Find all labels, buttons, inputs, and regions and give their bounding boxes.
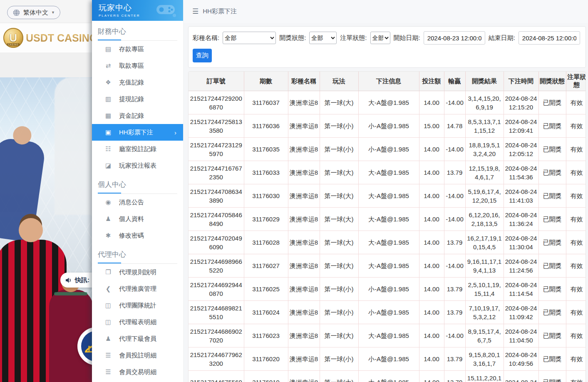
table-cell: 31176025 [244, 278, 288, 301]
table-cell: 31176033 [244, 161, 288, 184]
sidebar-item[interactable]: ◫代理報表明細 [92, 314, 183, 330]
draw-status-select[interactable]: 全部 [309, 32, 337, 44]
table-cell: 13.79 [444, 231, 465, 254]
table-cell: 14.00 [419, 301, 444, 324]
sidebar-item-label: 代理規則說明 [119, 268, 156, 276]
column-header: 彩種名稱 [288, 72, 320, 91]
table-cell: 31176027 [244, 254, 288, 278]
member-trades-icon: ☰ [104, 368, 112, 376]
table-row: 215217244729200687031176037澳洲幸运8第一球(大)大-… [189, 91, 586, 114]
table-cell: 澳洲幸运8 [288, 278, 320, 301]
table-cell: 9,16,11,17,19,4,1,13 [465, 254, 504, 278]
table-cell: 已開獎 [538, 114, 566, 138]
table-cell: 有效 [566, 184, 586, 208]
sidebar-item[interactable]: ✱修改密碼 [92, 227, 183, 244]
language-selector[interactable]: 繁体中文 ▼ [7, 6, 60, 19]
start-date-input[interactable] [424, 31, 485, 45]
table-cell: 已開獎 [538, 161, 566, 184]
table-row: 215217244692944087031176025澳洲幸运8第一球(小)小-… [189, 278, 586, 301]
table-cell: 已開獎 [538, 184, 566, 208]
table-cell: 14.00 [419, 161, 444, 184]
table-cell: 3,1,4,15,20,6,9,19 [465, 91, 504, 114]
table-row: 21521724467556931176019澳洲幸运8第一球(大)大-A盤@1… [189, 371, 586, 382]
table-cell: 2152172446929440870 [189, 278, 244, 301]
sidebar-item-label: 玩家投注報表 [119, 162, 156, 170]
sidebar-item[interactable]: ▦資金記錄 [92, 107, 183, 124]
end-date-input[interactable] [519, 31, 580, 45]
table-cell: 有效 [566, 347, 586, 371]
sidebar-item[interactable]: ❖充值記錄 [92, 74, 183, 91]
table-cell: 已開獎 [538, 91, 566, 114]
news-ticker-button[interactable]: 快訊: [60, 273, 92, 288]
table-row: 215217244725813358031176036澳洲幸运8第一球(小)小-… [189, 114, 586, 138]
search-button[interactable]: 查詢 [193, 49, 212, 62]
sidebar-item[interactable]: ⇄取款專區 [92, 57, 183, 74]
column-header: 開獎結果 [465, 72, 504, 91]
sidebar-item[interactable]: ▤存款專區 [92, 41, 183, 57]
language-label: 繁体中文 [23, 9, 48, 17]
table-cell: 第一球(大) [320, 161, 358, 184]
table-cell: 澳洲幸运8 [288, 301, 320, 324]
draw-status-label: 開獎狀態: [279, 34, 306, 42]
share-icon: ❮ [104, 285, 112, 293]
sidebar-header: 玩家中心 PLAYERS CENTER [92, 0, 183, 21]
column-header: 下注時間 [504, 72, 538, 91]
player-figure-ghost [55, 77, 92, 215]
profile-icon: ♟ [104, 215, 112, 223]
sidebar-item[interactable]: ☷廳室投註記錄 [92, 141, 183, 157]
sidebar-item[interactable]: ◫代理團隊統計 [92, 297, 183, 314]
order-status-select[interactable]: 全部 [370, 32, 390, 44]
bets-table: 訂單號期數彩種名稱玩法下注信息投注額輸贏開獎結果下注時間開獎狀態注單狀態 215… [189, 72, 586, 382]
table-cell: 31176036 [244, 114, 288, 138]
sidebar-item-label: HH彩票下注 [119, 129, 153, 136]
sidebar-item[interactable]: ◉消息公告 [92, 194, 183, 211]
table-cell: 有效 [566, 254, 586, 278]
table-cell: 2024-08-24 11:54:36 [504, 161, 538, 184]
table-cell: 31176028 [244, 231, 288, 254]
hamburger-menu-icon[interactable]: ☰ [192, 7, 198, 16]
sidebar-item[interactable]: ♟個人資料 [92, 211, 183, 227]
table-row: 215217244686902702031176023澳洲幸运8第一球(大)大-… [189, 324, 586, 347]
sidebar-item[interactable]: ☰會員交易明細 [92, 364, 183, 380]
table-cell: 第一球(大) [320, 371, 358, 382]
player-report-icon: ◪ [104, 162, 112, 169]
brand-name: USDT CASINO [26, 32, 97, 44]
table-cell: 澳洲幸运8 [288, 184, 320, 208]
table-cell: 已開獎 [538, 278, 566, 301]
table-cell: 6,12,20,16,2,18,13,5 [465, 208, 504, 231]
sidebar-item[interactable]: ❮代理推廣管理 [92, 280, 183, 297]
table-cell: 15.00 [419, 114, 444, 138]
column-header: 輸贏 [444, 72, 465, 91]
column-header: 注單狀態 [566, 72, 586, 91]
table-cell: 2024-08-24 12:05:12 [504, 138, 538, 161]
lottery-bet-icon: ▣ [104, 129, 112, 136]
table-row: 215217244698966522031176027澳洲幸运8第一球(大)大-… [189, 254, 586, 278]
lottery-name-select[interactable]: 全部 [223, 32, 276, 44]
table-cell: 2152172447258133580 [189, 114, 244, 138]
sidebar-item-label: 修改密碼 [119, 232, 144, 240]
sidebar-item[interactable]: ▣HH彩票下注› [92, 124, 183, 141]
table-cell: 2024-08-24 11:14:54 [504, 278, 538, 301]
table-cell: 小-A盤@1.985 [358, 301, 419, 324]
table-cell: 2152172447231295970 [189, 138, 244, 161]
table-row: 215217244677962320031176020澳洲幸运8第一球(小)小-… [189, 347, 586, 371]
sidebar-item[interactable]: ▥提現記錄 [92, 91, 183, 107]
sidebar-item[interactable]: ☰會員投註明細 [92, 347, 183, 364]
column-header: 玩法 [320, 72, 358, 91]
spacer-band [0, 52, 92, 77]
sidebar-item[interactable]: ❐代理規則說明 [92, 264, 183, 280]
table-cell: 澳洲幸运8 [288, 371, 320, 382]
column-header: 期數 [244, 72, 288, 91]
sidebar-item-label: 會員投註明細 [119, 352, 156, 360]
table-cell: -14.00 [444, 324, 465, 347]
table-cell: 31176037 [244, 91, 288, 114]
sidebar-item[interactable]: ♟代理下級會員 [92, 330, 183, 347]
table-cell: 14.00 [419, 184, 444, 208]
table-cell: 已開獎 [538, 301, 566, 324]
site-background-region: 繁体中文 ▼ U CASINO USDT CASINO 快訊: [0, 0, 92, 382]
table-cell: 2024-08-24 11:09:42 [504, 301, 538, 324]
gamepad-icon [156, 3, 177, 17]
table-cell: 有效 [566, 231, 586, 254]
table-cell: 14.00 [419, 371, 444, 382]
sidebar-item[interactable]: ◪玩家投注報表 [92, 157, 183, 174]
